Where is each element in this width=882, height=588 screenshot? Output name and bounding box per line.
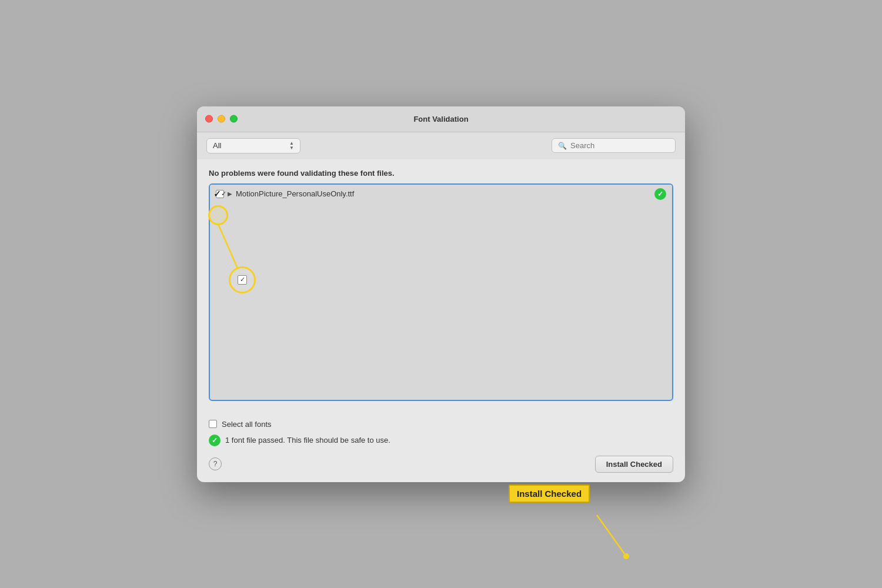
question-mark-icon: ? [213, 460, 218, 468]
help-button[interactable]: ? [209, 457, 222, 470]
filter-value: All [213, 141, 221, 150]
font-filename: MotionPicture_PersonalUseOnly.ttf [236, 189, 654, 198]
select-all-checkbox[interactable] [209, 420, 217, 428]
minimize-button[interactable] [218, 115, 225, 123]
status-message: No problems were found validating these … [209, 169, 673, 178]
search-input[interactable] [570, 141, 669, 150]
install-checked-annotation-label: Install Checked [509, 485, 590, 503]
window-title: Font Validation [413, 115, 468, 123]
maximize-button[interactable] [230, 115, 238, 123]
select-all-row: Select all fonts [209, 420, 673, 429]
close-button[interactable] [205, 115, 213, 123]
font-row: ✓ ▶ MotionPicture_PersonalUseOnly.ttf ✓ [210, 185, 672, 203]
content-area: No problems were found validating these … [197, 159, 685, 413]
expand-arrow[interactable]: ▶ [228, 191, 232, 197]
select-all-label: Select all fonts [222, 420, 272, 429]
pass-icon: ✓ [209, 435, 220, 446]
filter-dropdown[interactable]: All ▲▼ [206, 138, 300, 153]
bottom-controls: Select all fonts ✓ 1 font file passed. T… [197, 413, 685, 482]
svg-point-2 [623, 553, 629, 559]
title-bar: Font Validation [197, 106, 685, 132]
search-icon: 🔍 [558, 142, 567, 150]
svg-line-1 [597, 515, 626, 556]
footer-row: ? Install Checked [209, 456, 673, 473]
font-validation-window: Font Validation All ▲▼ 🔍 No problems wer… [197, 106, 685, 482]
checkmark-icon: ✓ [213, 188, 221, 199]
font-checkbox[interactable]: ✓ [216, 190, 224, 198]
dropdown-arrows: ▲▼ [289, 141, 294, 151]
pass-row: ✓ 1 font file passed. This file should b… [209, 435, 673, 446]
font-list: ✓ ▶ MotionPicture_PersonalUseOnly.ttf ✓ [209, 183, 673, 401]
install-checked-button[interactable]: Install Checked [595, 456, 673, 473]
search-box: 🔍 [552, 138, 676, 153]
pass-text: 1 font file passed. This file should be … [225, 436, 390, 445]
font-status-pass-icon: ✓ [654, 188, 666, 200]
traffic-lights [205, 115, 238, 123]
toolbar: All ▲▼ 🔍 [197, 132, 685, 159]
